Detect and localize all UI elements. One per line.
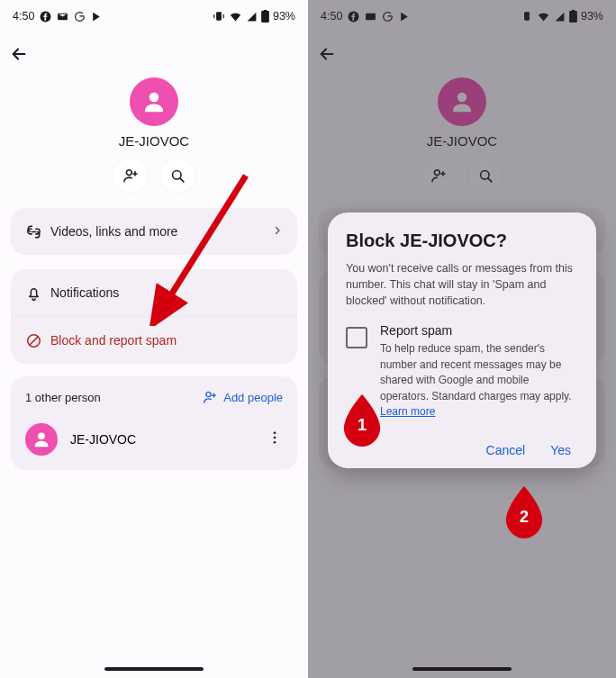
phone-screen-right: 4:50 93% JE-JIOVOC Videos, lin xyxy=(308,0,616,678)
link-icon xyxy=(25,223,50,240)
svg-point-5 xyxy=(149,93,159,103)
notifications-row[interactable]: Notifications xyxy=(11,269,297,316)
callout-number: 2 xyxy=(504,508,544,527)
videos-links-row[interactable]: Videos, links and more xyxy=(11,208,297,255)
svg-point-12 xyxy=(274,437,276,439)
back-arrow-icon[interactable] xyxy=(9,44,29,64)
videos-links-label: Videos, links and more xyxy=(50,224,272,239)
learn-more-link[interactable]: Learn more xyxy=(380,405,435,418)
nav-handle[interactable] xyxy=(104,667,204,671)
svg-rect-2 xyxy=(216,12,222,20)
wifi-icon xyxy=(229,10,242,23)
svg-rect-4 xyxy=(264,10,267,11)
top-nav xyxy=(0,32,308,76)
add-person-button[interactable] xyxy=(113,158,149,194)
report-spam-body: To help reduce spam, the sender's number… xyxy=(380,341,578,420)
block-icon xyxy=(25,332,50,349)
svg-point-10 xyxy=(38,432,45,439)
notifications-label: Notifications xyxy=(50,285,283,300)
details-card: Videos, links and more xyxy=(11,208,297,255)
dialog-title: Block JE-JIOVOC? xyxy=(346,231,578,251)
facebook-icon xyxy=(40,11,51,23)
more-icon[interactable] xyxy=(267,429,283,449)
status-bar: 4:50 93% xyxy=(0,0,308,27)
person-row[interactable]: JE-JIOVOC xyxy=(11,414,297,465)
yes-button[interactable]: Yes xyxy=(550,443,571,457)
mail-icon xyxy=(57,11,68,23)
nav-handle[interactable] xyxy=(412,667,512,671)
annotation-callout-1: 1 xyxy=(342,394,382,445)
battery-icon xyxy=(261,10,269,23)
svg-rect-3 xyxy=(261,11,269,23)
clock-text: 4:50 xyxy=(13,10,34,23)
svg-point-13 xyxy=(274,441,276,444)
contact-name: JE-JIOVOC xyxy=(119,133,189,149)
svg-point-6 xyxy=(126,170,131,176)
people-card: 1 other person Add people JE-JIOVOC xyxy=(11,376,297,470)
signal-icon xyxy=(246,11,258,23)
search-button[interactable] xyxy=(159,158,195,194)
add-people-label: Add people xyxy=(223,391,283,404)
block-report-label: Block and report spam xyxy=(50,333,283,348)
callout-number: 1 xyxy=(342,416,382,435)
actions-card: Notifications Block and report spam xyxy=(11,269,297,364)
svg-point-9 xyxy=(206,392,211,396)
people-count-label: 1 other person xyxy=(25,391,101,404)
battery-text: 93% xyxy=(273,10,295,23)
contact-header: JE-JIOVOC xyxy=(0,77,308,194)
person-name: JE-JIOVOC xyxy=(70,432,136,447)
vibrate-icon xyxy=(213,10,225,23)
chevron-right-icon xyxy=(272,224,283,239)
cancel-button[interactable]: Cancel xyxy=(486,443,526,457)
report-spam-title: Report spam xyxy=(380,323,578,338)
phone-screen-left: 4:50 93% JE-JIOVOC Videos, links a xyxy=(0,0,308,678)
add-people-button[interactable]: Add people xyxy=(202,389,283,405)
report-spam-checkbox[interactable] xyxy=(346,327,367,348)
block-report-row[interactable]: Block and report spam xyxy=(11,317,297,364)
svg-point-11 xyxy=(274,431,276,434)
annotation-callout-2: 2 xyxy=(504,486,544,537)
google-icon xyxy=(74,11,86,23)
person-avatar xyxy=(25,423,58,456)
dialog-body: You won't receive calls or messages from… xyxy=(346,260,578,309)
play-store-icon xyxy=(91,11,103,23)
bell-icon xyxy=(25,285,50,302)
report-spam-body-text: To help reduce spam, the sender's number… xyxy=(380,342,572,402)
avatar xyxy=(130,77,178,126)
